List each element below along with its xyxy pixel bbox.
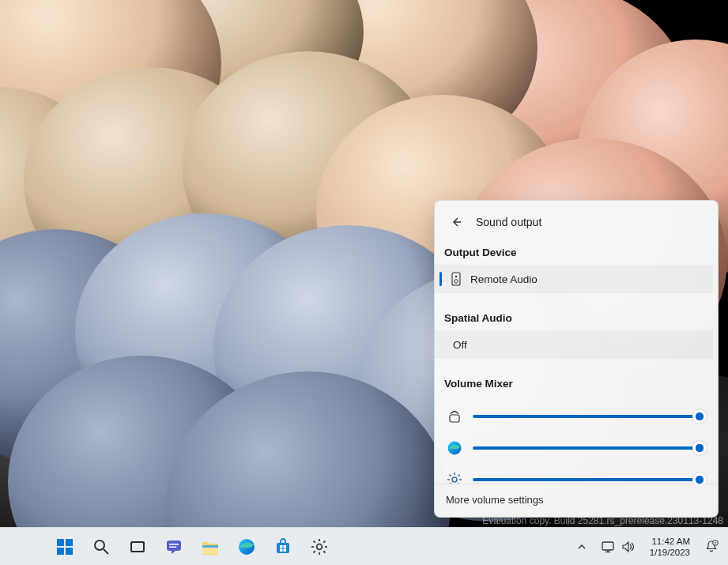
taskview-icon <box>129 538 146 556</box>
settings-button[interactable] <box>304 531 335 563</box>
arrow-left-icon <box>450 216 462 228</box>
svg-rect-49 <box>284 545 287 548</box>
svg-rect-40 <box>132 543 143 551</box>
edge-icon <box>237 537 256 556</box>
selection-indicator <box>439 272 442 286</box>
svg-rect-22 <box>450 415 459 422</box>
clock-time: 11:42 AM <box>650 536 690 547</box>
svg-line-60 <box>323 541 325 542</box>
mixer-row-settings <box>446 464 702 484</box>
taskview-button[interactable] <box>122 531 153 563</box>
svg-rect-42 <box>169 544 179 545</box>
svg-rect-51 <box>284 548 287 552</box>
back-button[interactable] <box>446 212 466 232</box>
svg-rect-48 <box>280 545 283 548</box>
sound-output-flyout: Sound output Output Device Remote Audio … <box>434 200 719 518</box>
svg-rect-33 <box>57 539 64 546</box>
store-icon <box>274 538 292 556</box>
flyout-title: Sound output <box>476 216 541 228</box>
output-device-label: Remote Audio <box>470 273 538 285</box>
svg-rect-47 <box>277 543 289 553</box>
svg-rect-35 <box>57 548 64 555</box>
clock-button[interactable]: 11:42 AM 1/19/2023 <box>643 533 696 561</box>
mixer-slider-system[interactable] <box>473 409 702 424</box>
edge-icon <box>447 440 462 456</box>
bell-dnd-icon: z <box>704 540 719 554</box>
svg-rect-43 <box>169 546 176 548</box>
svg-rect-34 <box>66 539 73 546</box>
edge-button[interactable] <box>231 531 262 563</box>
svg-point-21 <box>455 280 458 284</box>
svg-line-57 <box>314 541 315 542</box>
search-button[interactable] <box>85 531 117 563</box>
svg-point-24 <box>452 477 457 482</box>
mixer-slider-edge[interactable] <box>473 440 702 456</box>
svg-rect-50 <box>280 548 283 552</box>
svg-point-37 <box>95 541 104 550</box>
chevron-up-icon <box>577 542 587 552</box>
taskbar: 11:42 AM 1/19/2023 z <box>0 527 728 565</box>
system-sounds-icon <box>447 409 462 424</box>
output-device-heading: Output Device <box>435 242 713 265</box>
store-button[interactable] <box>267 531 299 563</box>
mixer-row-edge <box>446 432 702 464</box>
spatial-audio-value: Off <box>453 339 467 351</box>
mixer-slider-settings[interactable] <box>473 472 702 484</box>
svg-line-31 <box>450 483 451 484</box>
svg-point-20 <box>455 276 457 277</box>
svg-rect-61 <box>602 542 613 550</box>
chat-button[interactable] <box>158 531 190 563</box>
file-explorer-icon <box>201 538 220 556</box>
search-icon <box>92 538 110 556</box>
svg-line-38 <box>104 549 108 554</box>
chat-icon <box>165 538 183 556</box>
start-icon <box>55 537 74 556</box>
output-device-item[interactable]: Remote Audio <box>435 265 713 293</box>
speaker-device-icon <box>451 272 462 286</box>
settings-icon <box>447 472 462 484</box>
settings-icon <box>310 537 329 556</box>
clock-date: 1/19/2023 <box>650 547 690 558</box>
svg-rect-36 <box>66 548 73 555</box>
svg-line-32 <box>458 475 459 476</box>
file-explorer-button[interactable] <box>194 531 226 563</box>
svg-line-59 <box>314 551 315 552</box>
start-button[interactable] <box>49 531 81 563</box>
notification-center-button[interactable]: z <box>698 531 725 563</box>
volume-icon <box>621 541 636 553</box>
network-icon <box>601 541 615 553</box>
spatial-audio-item[interactable]: Off <box>435 330 713 359</box>
more-volume-settings-link[interactable]: More volume settings <box>435 484 718 517</box>
network-volume-button[interactable] <box>594 531 642 563</box>
mixer-row-system <box>446 401 702 432</box>
svg-rect-45 <box>202 545 218 548</box>
svg-line-30 <box>458 483 459 484</box>
volume-mixer-heading: Volume Mixer <box>435 373 713 396</box>
svg-point-52 <box>317 544 323 549</box>
tray-overflow-button[interactable] <box>571 531 593 563</box>
spatial-audio-heading: Spatial Audio <box>435 307 713 330</box>
svg-rect-41 <box>167 541 181 551</box>
svg-line-58 <box>323 551 325 552</box>
svg-line-29 <box>450 475 451 476</box>
